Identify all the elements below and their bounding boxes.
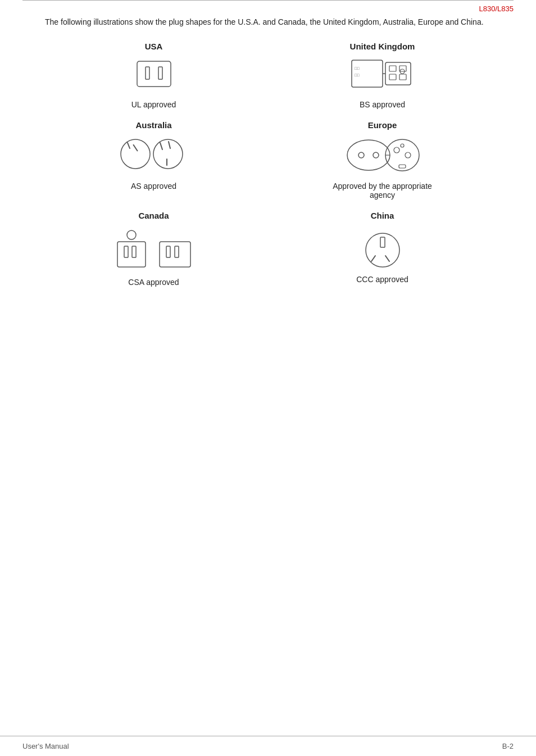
svg-line-17	[160, 143, 162, 150]
plug-image-china	[357, 225, 408, 271]
svg-text:□□: □□	[355, 66, 360, 70]
approval-china: CCC approved	[356, 275, 408, 284]
plug-label-china: China	[371, 211, 394, 220]
svg-rect-29	[117, 242, 146, 267]
svg-point-36	[366, 233, 399, 267]
svg-point-20	[347, 140, 390, 170]
svg-rect-10	[399, 74, 406, 80]
svg-rect-35	[175, 246, 179, 257]
svg-rect-30	[124, 246, 128, 257]
plug-image-usa	[129, 56, 179, 97]
plug-image-uk: □□ □□	[349, 56, 416, 97]
svg-point-21	[358, 152, 364, 158]
svg-point-24	[394, 147, 399, 153]
svg-point-32	[127, 230, 136, 239]
svg-point-27	[401, 144, 404, 147]
approval-usa: UL approved	[131, 100, 176, 109]
svg-point-22	[373, 152, 379, 158]
plug-cell-uk: United Kingdom □□ □□	[274, 42, 491, 109]
plug-label-usa: USA	[145, 42, 163, 51]
approval-europe: Approved by the appropriateagency	[333, 182, 432, 200]
plug-image-australia	[117, 134, 190, 178]
intro-text: The following illustrations show the plu…	[45, 16, 491, 28]
plug-cell-europe: Europe	[274, 120, 491, 200]
svg-point-16	[153, 139, 183, 169]
content-area: The following illustrations show the plu…	[45, 6, 491, 292]
plug-image-canada	[115, 225, 193, 274]
svg-line-38	[371, 256, 375, 261]
svg-rect-9	[389, 74, 396, 80]
plug-label-australia: Australia	[135, 120, 171, 130]
footer: User's Manual B-2	[0, 736, 536, 756]
plug-cell-usa: USA UL approved	[45, 42, 262, 109]
svg-rect-37	[380, 237, 385, 247]
plug-label-canada: Canada	[138, 211, 169, 220]
top-rule	[22, 0, 514, 6]
svg-rect-0	[137, 61, 171, 87]
svg-rect-2	[158, 67, 162, 79]
svg-line-15	[133, 144, 137, 152]
plug-label-europe: Europe	[368, 120, 397, 130]
svg-rect-34	[166, 246, 170, 257]
plug-cell-australia: Australia	[45, 120, 262, 200]
page-container: L830/L835 The following illustrations sh…	[0, 0, 536, 756]
plug-cell-canada: Canada C	[45, 211, 262, 287]
svg-rect-26	[399, 165, 406, 168]
approval-uk: BS approved	[360, 100, 405, 109]
svg-point-13	[121, 139, 150, 169]
svg-rect-7	[389, 66, 396, 71]
plug-cell-china: China CCC approved	[274, 211, 491, 287]
svg-line-14	[128, 143, 130, 148]
svg-line-39	[385, 256, 389, 261]
plug-image-europe	[343, 134, 422, 178]
plug-grid: USA UL approved United Kingdom	[45, 42, 491, 292]
svg-rect-31	[132, 246, 136, 257]
page-number-top: L830/L835	[479, 4, 514, 13]
plug-label-uk: United Kingdom	[350, 42, 415, 51]
footer-left: User's Manual	[22, 742, 69, 750]
svg-line-18	[169, 142, 170, 148]
svg-point-25	[405, 152, 411, 158]
approval-australia: AS approved	[131, 182, 176, 191]
approval-canada: CSA approved	[128, 278, 179, 287]
footer-right: B-2	[502, 742, 514, 750]
svg-rect-1	[146, 67, 149, 79]
svg-text:□□: □□	[355, 73, 360, 77]
